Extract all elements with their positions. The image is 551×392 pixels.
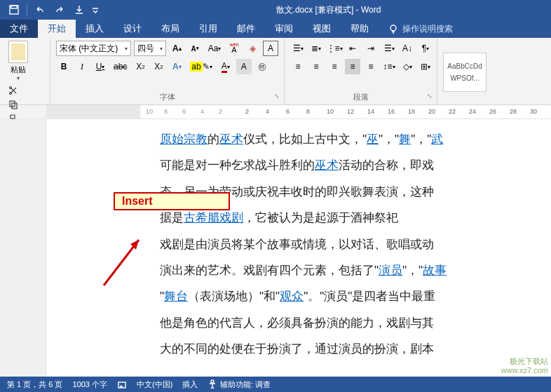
tab-design[interactable]: 设计 [114, 20, 151, 38]
text-line[interactable]: 戏剧是由演员将某个故事或情境，以对话、歌唱或动 [160, 231, 551, 257]
italic-button[interactable]: I [74, 59, 90, 74]
link[interactable]: 舞 [399, 133, 411, 146]
status-accessibility[interactable]: 辅助功能: 调查 [208, 379, 271, 390]
text-line[interactable]: 演出来的艺术。戏剧有四个元素，包括了"演员"，"故事 [160, 257, 551, 283]
shrink-font-button[interactable]: A▾ [187, 41, 203, 56]
align-center-button[interactable]: ≡ [308, 59, 324, 74]
horizontal-ruler[interactable]: 10864224681012141618202224262830 [0, 105, 551, 119]
group-font: 宋体 (中文正文)▾ 四号▾ A▴ A▾ Aa▾ wénA ◈ A B I U▾… [50, 38, 285, 104]
multilevel-list-button[interactable]: ⋮≡▾ [327, 41, 342, 56]
increase-indent-button[interactable]: ⇥ [363, 41, 379, 56]
window-title: 散文.docx [兼容模式] - Word [106, 4, 551, 16]
enclose-characters-button[interactable]: ㊕ [254, 59, 270, 74]
save-button[interactable] [6, 2, 22, 18]
paragraph-group-label: 段落⤡ [290, 92, 431, 103]
tab-references[interactable]: 引用 [189, 20, 227, 38]
text-line[interactable]: 他是角色的代言人，必须具备扮演的能力，戏剧与其 [160, 310, 551, 336]
font-dialog-launcher[interactable]: ⤡ [273, 93, 281, 101]
tab-file[interactable]: 文件 [0, 20, 38, 38]
grow-font-button[interactable]: A▴ [169, 41, 184, 56]
tab-view[interactable]: 视图 [303, 20, 341, 38]
copy-button[interactable] [6, 98, 21, 111]
font-group-label: 字体⤡ [56, 92, 278, 103]
tab-mailings[interactable]: 邮件 [227, 20, 265, 38]
clear-formatting-button[interactable]: ◈ [245, 41, 260, 56]
tab-insert[interactable]: 插入 [76, 20, 114, 38]
tab-layout[interactable]: 布局 [151, 20, 189, 38]
document-page[interactable]: 原始宗教的巫术仪式，比如上古中文，"巫"，"舞"，"武 可能是对一种乞求战斗胜利… [140, 119, 551, 377]
link[interactable]: 原始宗教 [160, 133, 208, 146]
touch-mode-button[interactable] [71, 2, 88, 18]
undo-button[interactable] [32, 2, 48, 18]
link[interactable]: 武 [431, 133, 443, 146]
paste-button[interactable]: 粘贴 ▾ [6, 41, 31, 81]
line-spacing-button[interactable]: ↕≡▾ [381, 59, 397, 74]
text-line[interactable]: 原始宗教的巫术仪式，比如上古中文，"巫"，"舞"，"武 [160, 126, 551, 152]
tab-home[interactable]: 开始 [38, 20, 76, 38]
numbering-button[interactable]: ≣▾ [308, 41, 324, 56]
bullets-button[interactable]: ☰▾ [290, 41, 306, 56]
font-size-combo[interactable]: 四号▾ [134, 41, 166, 56]
text-line[interactable]: "舞台（表演场地）"和"观众"。"演员"是四者当中最重 [160, 283, 551, 309]
callout-text: Insert [122, 195, 153, 208]
link[interactable]: 巫 [367, 133, 379, 146]
cut-button[interactable] [6, 84, 21, 97]
group-clipboard: 粘贴 ▾ 剪贴板⤡ [0, 38, 50, 104]
highlight-button[interactable]: ab✎▾ [187, 59, 215, 74]
customize-qat-button[interactable] [90, 2, 100, 18]
change-case-button[interactable]: Aa▾ [205, 41, 224, 56]
group-paragraph: ☰▾ ≣▾ ⋮≡▾ ⇤ ⇥ ☰▾ A↓ ¶▾ ≡ ≡ ≡ ≡ ≡ ↕≡▾ ◇▾ … [285, 38, 437, 104]
character-shading-button[interactable]: A [236, 59, 252, 74]
text-line[interactable]: 大的不同的处便在于扮演了，通过演员的扮演，剧本 [160, 336, 551, 362]
status-page[interactable]: 第 1 页，共 6 页 [7, 379, 62, 390]
ribbon-tabs: 文件 开始 插入 设计 布局 引用 邮件 审阅 视图 帮助 操作说明搜索 [0, 20, 551, 38]
link[interactable]: 巫术 [315, 158, 339, 172]
text-effects-button[interactable]: A▾ [169, 59, 184, 74]
status-insert-mode[interactable]: 插入 [182, 379, 198, 390]
status-word-count[interactable]: 1003 个字 [72, 379, 107, 390]
justify-button[interactable]: ≡ [345, 59, 360, 74]
font-name-combo[interactable]: 宋体 (中文正文)▾ [56, 41, 131, 56]
status-spellcheck[interactable] [117, 379, 127, 389]
decrease-indent-button[interactable]: ⇤ [345, 41, 360, 56]
character-border-button[interactable]: A [263, 41, 278, 56]
vertical-ruler[interactable] [46, 119, 60, 377]
redo-button[interactable] [51, 2, 68, 18]
watermark: 极光下载站 www.xz7.com [501, 357, 548, 375]
font-color-button[interactable]: A▾ [218, 59, 233, 74]
tell-me-search[interactable]: 操作说明搜索 [379, 20, 463, 38]
link[interactable]: 演员 [379, 264, 402, 277]
left-margin [60, 119, 140, 377]
paste-label: 粘贴 [11, 65, 26, 75]
document-area: 原始宗教的巫术仪式，比如上古中文，"巫"，"舞"，"武 可能是对一种乞求战斗胜利… [0, 119, 551, 377]
bold-button[interactable]: B [56, 59, 72, 74]
phonetic-guide-button[interactable]: wénA [226, 41, 242, 56]
status-language[interactable]: 中文(中国) [137, 379, 172, 390]
link[interactable]: 舞台 [164, 290, 188, 303]
sort-button[interactable]: A↓ [400, 41, 415, 56]
style-gallery-item[interactable]: AaBbCcDd WPSOf... [443, 53, 487, 92]
shading-button[interactable]: ◇▾ [400, 59, 415, 74]
tab-help[interactable]: 帮助 [341, 20, 379, 38]
paragraph-dialog-launcher[interactable]: ⤡ [426, 93, 434, 101]
link[interactable]: 故事 [423, 264, 447, 277]
show-hide-button[interactable]: ¶▾ [418, 41, 433, 56]
link[interactable]: 观众 [280, 290, 304, 303]
align-left-button[interactable]: ≡ [290, 59, 306, 74]
borders-button[interactable]: ⊞▾ [418, 59, 433, 74]
distributed-button[interactable]: ≡ [363, 59, 379, 74]
strikethrough-button[interactable]: abc [111, 59, 130, 74]
link[interactable]: 古希腊戏剧 [184, 211, 243, 224]
align-right-button[interactable]: ≡ [327, 59, 342, 74]
svg-rect-1 [11, 6, 17, 8]
link[interactable]: 巫术 [219, 133, 243, 146]
group-styles: AaBbCcDd WPSOf... [437, 38, 492, 104]
text-line[interactable]: 可能是对一种乞求战斗胜利的巫术活动的合称，即戏 [160, 152, 551, 178]
tab-review[interactable]: 审阅 [265, 20, 303, 38]
underline-button[interactable]: U▾ [93, 59, 108, 74]
superscript-button[interactable]: X2 [151, 59, 166, 74]
svg-point-10 [211, 380, 214, 383]
navigation-gutter [0, 119, 46, 377]
asian-layout-button[interactable]: ☰▾ [381, 41, 397, 56]
subscript-button[interactable]: X2 [132, 59, 148, 74]
